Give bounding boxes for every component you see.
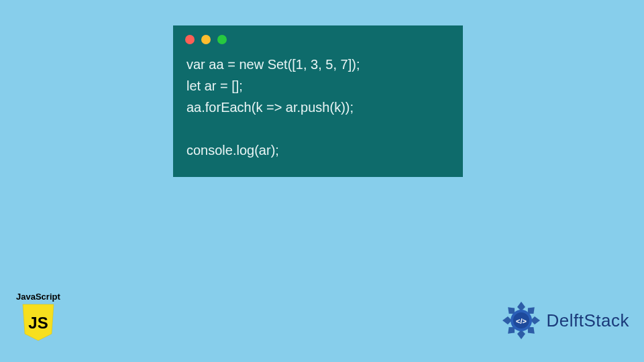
delftstack-text: DelftStack [547, 310, 630, 331]
delftstack-mandala-icon: </> [500, 299, 543, 342]
code-line: console.log(ar); [186, 143, 279, 158]
javascript-label: JavaScript [16, 292, 60, 302]
minimize-icon [201, 35, 211, 44]
code-line: var aa = new Set([1, 3, 5, 7]); [186, 57, 360, 72]
code-body: var aa = new Set([1, 3, 5, 7]); let ar =… [173, 50, 463, 177]
svg-text:</>: </> [516, 317, 527, 325]
javascript-shield-icon: JS [21, 303, 55, 342]
svg-text:JS: JS [28, 314, 48, 332]
code-window: var aa = new Set([1, 3, 5, 7]); let ar =… [173, 25, 463, 177]
close-icon [185, 35, 195, 44]
window-titlebar [173, 25, 463, 50]
code-line: aa.forEach(k => ar.push(k)); [186, 100, 354, 115]
code-line: let ar = []; [186, 78, 243, 93]
maximize-icon [217, 35, 227, 44]
javascript-badge: JavaScript JS [16, 292, 60, 345]
delftstack-logo: </> DelftStack [500, 299, 630, 342]
